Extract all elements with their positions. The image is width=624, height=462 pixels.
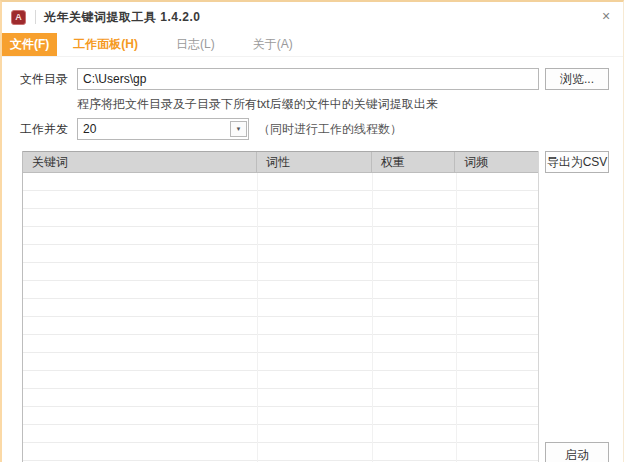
table-header-row: 关键词 词性 权重 词频 — [23, 151, 538, 173]
app-window: A 光年关键词提取工具 1.4.2.0 × 文件(F) 工作面板(H) 日志(L… — [0, 0, 624, 462]
concurrency-select[interactable]: 20 ▼ — [77, 118, 249, 140]
close-icon[interactable]: × — [597, 7, 615, 25]
menu-item-workpanel[interactable]: 工作面板(H) — [63, 33, 148, 56]
column-divider — [456, 173, 457, 462]
column-header-weight[interactable]: 权重 — [372, 152, 456, 172]
app-icon: A — [11, 10, 26, 25]
browse-button[interactable]: 浏览... — [545, 68, 609, 90]
file-dir-label: 文件目录 — [20, 68, 68, 90]
keyword-table: 关键词 词性 权重 词频 — [22, 151, 539, 462]
menu-item-log[interactable]: 日志(L) — [166, 33, 225, 56]
column-divider — [372, 173, 373, 462]
start-button[interactable]: 启动 — [545, 442, 609, 462]
menu-item-about[interactable]: 关于(A) — [243, 33, 303, 56]
column-header-pos[interactable]: 词性 — [257, 152, 372, 172]
file-dir-helper-text: 程序将把文件目录及子目录下所有txt后缀的文件中的关键词提取出来 — [77, 96, 438, 113]
export-csv-button[interactable]: 导出为CSV — [545, 151, 609, 173]
menu-bar: 文件(F) 工作面板(H) 日志(L) 关于(A) — [2, 33, 623, 57]
file-dir-input[interactable] — [77, 68, 539, 90]
menu-item-file[interactable]: 文件(F) — [2, 33, 57, 56]
column-header-frequency[interactable]: 词频 — [455, 152, 538, 172]
column-divider — [257, 173, 258, 462]
title-bar: A 光年关键词提取工具 1.4.2.0 × — [2, 2, 623, 32]
window-title: 光年关键词提取工具 1.4.2.0 — [44, 9, 201, 26]
concurrency-label: 工作并发 — [20, 118, 68, 140]
concurrency-value: 20 — [78, 122, 230, 136]
column-header-keyword[interactable]: 关键词 — [23, 152, 257, 172]
chevron-down-icon[interactable]: ▼ — [230, 121, 247, 137]
concurrency-note: （同时进行工作的线程数） — [258, 118, 402, 140]
title-separator — [35, 10, 36, 24]
table-body — [23, 173, 538, 462]
